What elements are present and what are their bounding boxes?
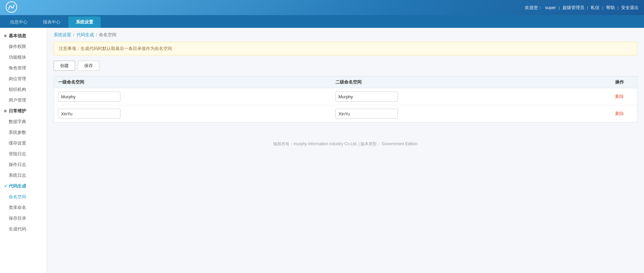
action-cell-1: 删除 [606, 94, 633, 100]
help-link[interactable]: 帮助 [606, 5, 615, 11]
action-cell-2: 删除 [606, 111, 633, 117]
sidebar: 基本信息 操作权限 功能模块 角色管理 岗位管理 组织机构 用户管理 日常维护 … [0, 28, 47, 273]
breadcrumb-sep2: / [96, 33, 97, 38]
sidebar-item-operation-permissions[interactable]: 操作权限 [0, 41, 47, 52]
breadcrumb-code-generation[interactable]: 代码生成 [76, 32, 94, 38]
sidebar-item-function-modules[interactable]: 功能模块 [0, 52, 47, 63]
role-link[interactable]: 超级管理员 [562, 5, 584, 11]
notice-bar: 注意事项：生成代码时默认取最后一条目录值作为命名空间 [54, 42, 637, 55]
table-header: 一级命名空间 二级命名空间 操作 [54, 76, 637, 88]
check-icon: ✓ [4, 184, 7, 188]
group-dot-daily [4, 110, 7, 112]
sidebar-item-class-name[interactable]: 类库命名 [0, 202, 47, 213]
sidebar-item-organization[interactable]: 组织机构 [0, 84, 47, 95]
sidebar-item-save-directory[interactable]: 保存目录 [0, 213, 47, 224]
sidebar-item-position-management[interactable]: 岗位管理 [0, 73, 47, 84]
breadcrumb-sep1: / [73, 33, 74, 38]
primary-namespace-input-2[interactable] [58, 109, 120, 119]
secondary-namespace-cell-2 [332, 109, 606, 119]
delete-button-1[interactable]: 删除 [615, 94, 624, 99]
sidebar-item-operation-log[interactable]: 操作日志 [0, 159, 47, 170]
header-user-info: 欢迎您： super | 超级管理员 | 私信 | 帮助 | 安全退出 [525, 5, 639, 11]
footer-text: 版权所有：murphy information industry Co.Ltd.… [273, 142, 417, 146]
secondary-namespace-input-2[interactable] [335, 109, 398, 119]
group-label-basic: 基本信息 [9, 33, 26, 39]
sep3: | [602, 5, 603, 10]
tab-report-center[interactable]: 报表中心 [36, 16, 68, 28]
sep4: | [618, 5, 619, 10]
group-dot-basic [4, 35, 7, 37]
sidebar-item-login-log[interactable]: 登陆日志 [0, 149, 47, 159]
sidebar-item-system-params[interactable]: 系统参数 [0, 127, 47, 138]
create-button[interactable]: 创建 [54, 61, 75, 71]
tab-system-settings[interactable]: 系统设置 [68, 16, 101, 28]
notice-text: 注意事项：生成代码时默认取最后一条目录值作为命名空间 [59, 46, 172, 51]
sidebar-group-code-generation[interactable]: ✓ 代码生成 [0, 181, 47, 192]
table-row: 删除 [54, 105, 637, 122]
col-header-secondary: 二级命名空间 [335, 79, 606, 85]
primary-namespace-cell-2 [58, 109, 332, 119]
sidebar-item-generate-code[interactable]: 生成代码 [0, 224, 47, 234]
main-layout: 基本信息 操作权限 功能模块 角色管理 岗位管理 组织机构 用户管理 日常维护 … [0, 28, 644, 273]
welcome-text: 欢迎您： [525, 5, 542, 11]
tab-info-center[interactable]: 信息中心 [3, 16, 35, 28]
primary-namespace-cell-1 [58, 92, 332, 102]
sidebar-item-user-management[interactable]: 用户管理 [0, 95, 47, 106]
sidebar-item-role-management[interactable]: 角色管理 [0, 63, 47, 73]
table-body: 删除 删除 [54, 88, 637, 122]
col-header-action: 操作 [606, 79, 633, 85]
sidebar-group-basic-info: 基本信息 [0, 31, 47, 41]
breadcrumb-system-settings[interactable]: 系统设置 [54, 32, 71, 38]
logout-link[interactable]: 安全退出 [621, 5, 639, 11]
save-button[interactable]: 保存 [78, 61, 99, 71]
secondary-namespace-cell-1 [332, 92, 606, 102]
sidebar-item-data-dictionary[interactable]: 数据字典 [0, 116, 47, 127]
header: 欢迎您： super | 超级管理员 | 私信 | 帮助 | 安全退出 [0, 0, 644, 15]
group-label-code-gen: 代码生成 [9, 183, 26, 189]
sidebar-group-daily-maintenance: 日常维护 [0, 106, 47, 116]
primary-namespace-input-1[interactable] [58, 92, 120, 102]
sidebar-item-namespace[interactable]: 命名空间 [0, 192, 47, 202]
sidebar-item-cache-settings[interactable]: 缓存设置 [0, 138, 47, 149]
footer: 版权所有：murphy information industry Co.Ltd.… [54, 136, 637, 150]
logo [5, 1, 17, 14]
messages-link[interactable]: 私信 [591, 5, 599, 11]
sep2: | [587, 5, 588, 10]
breadcrumb: 系统设置 / 代码生成 / 命名空间 [54, 32, 637, 38]
group-label-daily: 日常维护 [9, 108, 26, 114]
table-row: 删除 [54, 88, 637, 105]
username: super [545, 5, 556, 10]
col-header-primary: 一级命名空间 [58, 79, 329, 85]
sep1: | [558, 5, 559, 10]
delete-button-2[interactable]: 删除 [615, 111, 624, 116]
breadcrumb-namespace: 命名空间 [99, 32, 116, 38]
toolbar: 创建 保存 [54, 61, 637, 71]
sidebar-item-system-log[interactable]: 系统日志 [0, 170, 47, 181]
main-content: 系统设置 / 代码生成 / 命名空间 注意事项：生成代码时默认取最后一条目录值作… [47, 28, 644, 273]
nav-tabs: 信息中心 报表中心 系统设置 [0, 15, 644, 28]
secondary-namespace-input-1[interactable] [335, 92, 398, 102]
